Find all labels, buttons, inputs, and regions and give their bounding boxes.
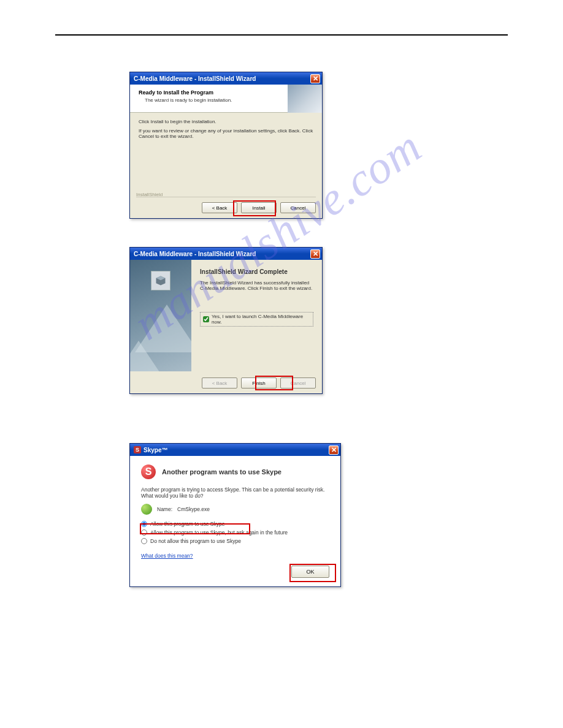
warning-skype-icon: S (141, 464, 156, 479)
button-row: < Back Install Cancel (136, 197, 316, 213)
radio-ask-label: Allow this program to use Skype, but ask… (150, 529, 288, 536)
page-top-rule (55, 34, 508, 36)
cancel-button[interactable]: Cancel (280, 202, 316, 213)
instruction-line-1: Click Install to begin the installation. (139, 119, 313, 124)
dialog-header: Ready to Install the Program The wizard … (130, 85, 322, 113)
heading-row: S Another program wants to use Skype (141, 464, 329, 479)
complete-body: The InstallShield Wizard has successfull… (200, 280, 313, 291)
skype-logo-icon: S (134, 446, 141, 453)
install-ready-dialog: C-Media Middleware - InstallShield Wizar… (129, 72, 323, 219)
window-title: Skype™ (144, 447, 329, 453)
back-button[interactable]: < Back (202, 202, 237, 213)
back-button: < Back (202, 377, 237, 389)
side-graphic (130, 260, 191, 371)
dialog-body: Click Install to begin the installation.… (130, 113, 322, 145)
ok-button[interactable]: OK (291, 566, 329, 578)
instruction-line-2: If you want to review or change any of y… (139, 128, 313, 139)
radio-ask-input[interactable] (141, 529, 147, 536)
name-value: CmSkype.exe (177, 506, 210, 512)
titlebar[interactable]: C-Media Middleware - InstallShield Wizar… (130, 72, 322, 85)
window-title: C-Media Middleware - InstallShield Wizar… (134, 75, 310, 82)
launch-checkbox-row[interactable]: Yes, I want to launch C-Media Middleware… (200, 312, 313, 327)
titlebar[interactable]: C-Media Middleware - InstallShield Wizar… (130, 248, 322, 260)
launch-checkbox[interactable] (203, 316, 209, 322)
finish-button[interactable]: Finish (241, 377, 277, 389)
dialog-body: S Another program wants to use Skype Ano… (130, 456, 340, 586)
complete-heading: InstallShield Wizard Complete (200, 268, 313, 275)
radio-deny[interactable]: Do not allow this program to use Skype (141, 537, 329, 545)
what-does-this-mean-link[interactable]: What does this mean? (141, 553, 193, 559)
radio-deny-input[interactable] (141, 538, 147, 544)
button-row: < Back Finish Cancel (136, 373, 316, 389)
radio-deny-label: Do not allow this program to use Skype (150, 538, 241, 544)
cancel-button: Cancel (280, 377, 316, 389)
intro-line-2: What would you like to do? (141, 493, 329, 499)
radio-group: Allow this program to use Skype Allow th… (141, 520, 329, 545)
close-icon[interactable]: ✕ (310, 249, 320, 259)
package-icon (151, 271, 170, 290)
launch-checkbox-label: Yes, I want to launch C-Media Middleware… (212, 314, 310, 325)
intro-line-1: Another program is trying to access Skyp… (141, 487, 329, 493)
titlebar[interactable]: S Skype™ ✕ (130, 444, 340, 456)
radio-ask[interactable]: Allow this program to use Skype, but ask… (141, 528, 329, 537)
header-graphic (288, 85, 322, 113)
close-icon[interactable]: ✕ (310, 74, 320, 83)
name-label: Name: (157, 506, 172, 512)
dialog-main: InstallShield Wizard Complete The Instal… (191, 260, 322, 371)
skype-permission-dialog: S Skype™ ✕ S Another program wants to us… (129, 443, 341, 587)
radio-allow-input[interactable] (141, 521, 147, 527)
radio-allow[interactable]: Allow this program to use Skype (141, 520, 329, 528)
permission-heading: Another program wants to use Skype (162, 468, 282, 476)
window-title: C-Media Middleware - InstallShield Wizar… (134, 251, 310, 257)
program-name-row: Name: CmSkype.exe (141, 504, 329, 515)
radio-allow-label: Allow this program to use Skype (150, 521, 224, 527)
program-icon (141, 504, 152, 515)
install-complete-dialog: C-Media Middleware - InstallShield Wizar… (129, 247, 323, 394)
install-button[interactable]: Install (241, 202, 277, 213)
ok-row: OK (291, 566, 329, 578)
close-icon[interactable]: ✕ (329, 446, 339, 455)
